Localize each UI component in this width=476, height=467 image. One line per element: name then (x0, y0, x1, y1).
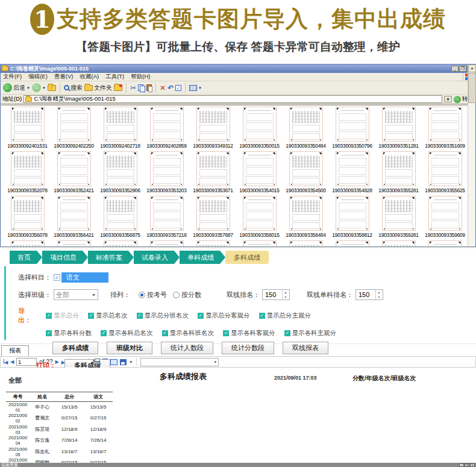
file-thumbnail[interactable]: 190330093351281 (375, 105, 422, 150)
tab-多科成绩[interactable]: 多科成绩 (225, 251, 269, 264)
prev-page-button[interactable]: ◀ (10, 359, 14, 365)
file-thumbnail[interactable]: 190330093355625 (422, 150, 468, 195)
file-thumbnail[interactable]: 190330093356078 (4, 195, 51, 239)
first-page-button[interactable]: ◀ (4, 359, 8, 365)
file-thumbnail[interactable]: 190330093350484 (283, 105, 329, 150)
restore-button[interactable]: ❐ (465, 463, 469, 467)
export-button-1[interactable]: 多科成绩 (52, 342, 98, 354)
subject-checkbox[interactable]: ✓ (54, 274, 60, 281)
export-button-4[interactable]: 统计分数段 (222, 342, 274, 354)
file-thumbnail[interactable] (329, 239, 375, 246)
address-input[interactable]: C:\阅卷精灵\Image\005-001-015 (23, 95, 442, 103)
export-option[interactable]: ✓显示总名次 (88, 312, 128, 320)
file-thumbnail[interactable]: 190330093359609 (422, 195, 468, 239)
subject-selected[interactable]: 语文 (61, 272, 108, 283)
undo-button[interactable]: ↶ (168, 84, 174, 92)
report-tab[interactable]: 报表 (1, 345, 29, 356)
single-rank-spinner[interactable]: ▲▼ (355, 289, 383, 300)
single-rank-input[interactable] (356, 291, 375, 298)
file-thumbnail[interactable]: 190330093355281 (375, 150, 422, 195)
file-thumbnail[interactable]: 190330092402859 (143, 105, 190, 150)
back-button[interactable]: ← 后退▼ (3, 83, 30, 92)
export-save-icon[interactable] (120, 359, 127, 365)
radio-按分数[interactable] (173, 292, 180, 298)
restore-button[interactable]: ❐ (459, 66, 466, 72)
file-thumbnail[interactable]: 190330093349312 (190, 105, 236, 150)
window-titlebar[interactable]: C:\阅卷精灵\Image\005-001-015 _ ❐ ✕ (1, 64, 475, 73)
export-option[interactable]: ✓显示各科客观分 (223, 329, 275, 337)
radio-按考号[interactable] (139, 292, 145, 298)
checkmark-button[interactable]: ✓ (175, 85, 181, 91)
file-thumbnail[interactable]: 190330093358812 (329, 195, 375, 239)
folders-button[interactable]: 文件夹 (84, 84, 112, 92)
file-thumbnail[interactable]: 190330093350015 (236, 105, 283, 150)
file-thumbnail[interactable] (422, 239, 468, 246)
file-thumbnail[interactable] (97, 239, 143, 246)
vertical-scrollbar[interactable]: ▲ (468, 64, 475, 246)
file-thumbnail[interactable]: 190330092402718 (97, 105, 143, 150)
tab-项目信息[interactable]: 项目信息 (42, 251, 83, 264)
minimize-button[interactable]: - (459, 463, 464, 467)
menu-item[interactable]: 工具(T) (105, 73, 124, 81)
file-thumbnail[interactable]: 190330093357687 (190, 195, 236, 239)
forward-button[interactable]: → ▼ (32, 83, 46, 92)
exam-view-titlebar[interactable]: 试卷查看 - ❐ × (0, 463, 476, 467)
spinner-arrows-icon[interactable]: ▲▼ (375, 290, 382, 299)
close-button[interactable]: × (470, 463, 475, 467)
export-option[interactable]: ✓显示总分 (46, 312, 79, 320)
scroll-up-button[interactable]: ▲ (468, 64, 476, 72)
file-thumbnail[interactable] (4, 239, 51, 246)
menu-item[interactable]: 帮助(H) (131, 73, 150, 81)
export-option[interactable]: ✓显示总分客观分 (198, 312, 250, 320)
minimize-button[interactable]: _ (451, 66, 459, 72)
export-button-2[interactable]: 班级对比 (107, 342, 152, 354)
paste-button[interactable] (146, 84, 152, 91)
export-button-3[interactable]: 统计人数段 (161, 342, 213, 354)
print-icon[interactable] (93, 360, 100, 365)
file-thumbnail[interactable]: 190330093352421 (51, 150, 97, 195)
delete-button[interactable]: ✕ (160, 84, 166, 92)
folder-sync-button[interactable] (114, 85, 122, 91)
views-dropdown-icon[interactable]: ▼ (198, 86, 202, 90)
menu-item[interactable]: 文件(F) (3, 73, 22, 81)
file-thumbnail[interactable]: 190330092402250 (51, 105, 97, 150)
tab-首页[interactable]: 首页 (10, 251, 37, 264)
up-button[interactable] (48, 85, 56, 91)
forward-dropdown-icon[interactable]: ▼ (42, 86, 46, 90)
file-thumbnail[interactable]: 190330093354015 (236, 150, 283, 195)
file-thumbnail[interactable]: 190330093357218 (143, 195, 190, 239)
file-thumbnail[interactable]: 190330093354500 (283, 150, 329, 195)
file-thumbnail[interactable]: 190330093352906 (97, 150, 143, 195)
search-button[interactable]: 搜索 (64, 84, 83, 92)
export-option[interactable]: ✓显示各科总名次 (101, 329, 153, 337)
export-option[interactable]: ✓显示总分班名次 (137, 312, 189, 320)
file-thumbnail[interactable]: 190330092401531 (4, 105, 51, 150)
file-thumbnail[interactable]: 190330093356875 (97, 195, 143, 239)
cut-button[interactable]: ✂ (130, 84, 136, 92)
file-thumbnail[interactable] (51, 239, 97, 246)
file-thumbnail[interactable]: 190330093353671 (190, 150, 236, 195)
menu-item[interactable]: 编辑(E) (28, 73, 48, 81)
tab-标准答案[interactable]: 标准答案 (88, 251, 128, 264)
tab-单科成绩[interactable]: 单科成绩 (180, 251, 220, 264)
file-thumbnail[interactable]: 190330093356421 (51, 195, 97, 239)
class-select[interactable]: 全部▼ (54, 289, 98, 300)
file-thumbnail[interactable]: 190330093352078 (4, 150, 51, 195)
file-thumbnail[interactable] (143, 239, 190, 246)
rank-spinner[interactable]: ▲▼ (262, 289, 290, 300)
file-thumbnail[interactable] (375, 239, 422, 246)
file-thumbnail[interactable]: 190330093354828 (329, 150, 375, 195)
export-option[interactable]: ✓显示各科分数 (46, 329, 92, 337)
scrollbar-thumb[interactable] (468, 73, 476, 103)
export-button-5[interactable]: 双线报表 (283, 342, 328, 354)
spinner-arrows-icon[interactable]: ▲▼ (282, 290, 289, 299)
page-number-input[interactable] (16, 358, 37, 366)
copy-button[interactable] (138, 84, 145, 91)
menu-item[interactable]: 收藏(A) (80, 73, 99, 81)
rank-input[interactable] (263, 291, 282, 298)
file-thumbnail[interactable]: 190330093358015 (236, 195, 283, 239)
export-option[interactable]: ✓显示各科主观分 (284, 329, 337, 337)
menu-item[interactable]: 查看(V) (54, 73, 74, 81)
file-thumbnail[interactable]: 190330093358484 (283, 195, 329, 239)
file-thumbnail[interactable]: 190330093353203 (143, 150, 190, 195)
